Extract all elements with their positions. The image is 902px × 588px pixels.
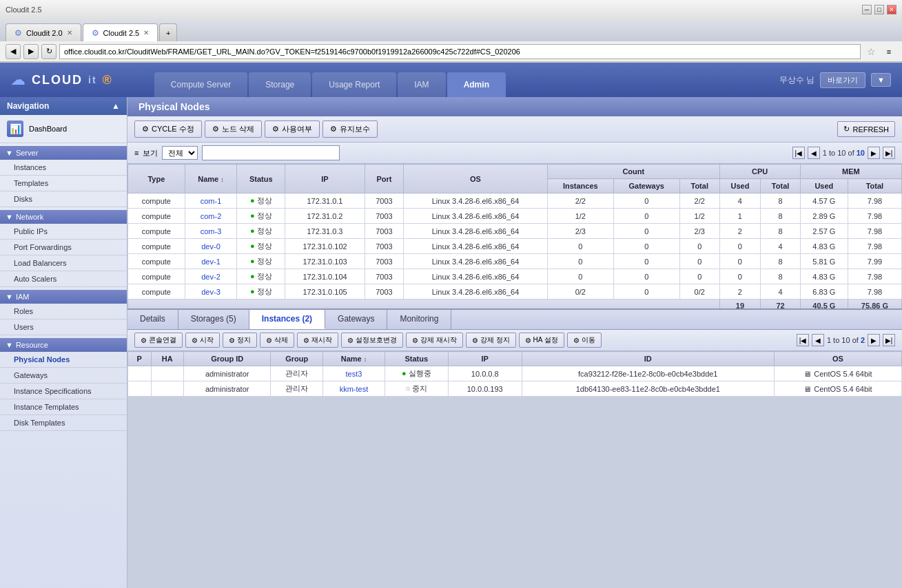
bookmark-btn[interactable]: ☆ — [863, 44, 879, 59]
move-btn[interactable]: ⚙ 이동 — [567, 333, 602, 348]
back-btn[interactable]: ◀ — [6, 44, 21, 59]
cell-type: compute — [128, 284, 185, 300]
sidebar-item-auto-scalers[interactable]: Auto Scalers — [0, 271, 127, 287]
sidebar-item-users[interactable]: Users — [0, 319, 127, 335]
tab-close-1[interactable]: ✕ — [67, 29, 72, 36]
first-page-btn[interactable]: |◀ — [792, 147, 805, 159]
user-goto-btn[interactable]: 바로가기 — [820, 72, 865, 88]
sub-last-page-btn[interactable]: ▶| — [883, 334, 895, 346]
sidebar-section-server-header[interactable]: ▼ Server — [0, 146, 127, 160]
cell-os: Linux 3.4.28-6.el6.x86_64 — [403, 269, 547, 284]
sidebar-item-instance-specs[interactable]: Instance Specifications — [0, 384, 127, 399]
sidebar-dashboard[interactable]: 📊 DashBoard — [0, 115, 127, 143]
menu-btn[interactable]: ≡ — [881, 44, 896, 59]
sidebar-item-instances[interactable]: Instances — [0, 160, 127, 176]
sidebar-item-disk-templates[interactable]: Disk Templates — [0, 415, 127, 431]
title-bar-controls: ─ □ ✕ — [862, 5, 896, 14]
restart-btn[interactable]: ⚙ 재시작 — [297, 333, 338, 348]
table-row[interactable]: compute com-1 ● 정상 172.31.0.1 7003 Linux… — [128, 193, 902, 209]
minimize-btn[interactable]: ─ — [862, 5, 872, 14]
sub-th-name[interactable]: Name ↕ — [323, 352, 385, 366]
refresh-btn[interactable]: ↻ REFRESH — [837, 121, 895, 137]
force-stop-btn[interactable]: ⚙ 강제 정지 — [466, 333, 516, 348]
nav-tab-compute[interactable]: Compute Server — [154, 72, 247, 97]
usage-btn[interactable]: ⚙ 사용여부 — [265, 120, 320, 138]
dashboard-label: DashBoard — [29, 125, 67, 133]
sidebar-item-disks[interactable]: Disks — [0, 191, 127, 207]
main-table-container: Type Name ↕ Status IP Port OS Count CPU — [127, 164, 902, 308]
sidebar-item-roles[interactable]: Roles — [0, 304, 127, 319]
cycle-edit-btn[interactable]: ⚙ CYCLE 수정 — [134, 120, 202, 138]
sub-next-page-btn[interactable]: ▶ — [868, 334, 880, 346]
nav-tab-usage[interactable]: Usage Report — [312, 72, 396, 97]
table-row[interactable]: compute com-2 ● 정상 172.31.0.2 7003 Linux… — [128, 209, 902, 224]
nav-tab-iam[interactable]: IAM — [398, 72, 445, 97]
sub-tab-monitoring[interactable]: Monitoring — [387, 310, 451, 329]
sub-tab-storages[interactable]: Storages (5) — [178, 310, 249, 329]
sidebar-item-gateways[interactable]: Gateways — [0, 368, 127, 384]
force-restart-btn[interactable]: ⚙ 강제 재시작 — [406, 333, 463, 348]
nav-tab-admin[interactable]: Admin — [447, 72, 506, 97]
cell-cpu-used: 2 — [719, 224, 761, 239]
sidebar-item-instance-templates[interactable]: Instance Templates — [0, 399, 127, 415]
sidebar-section-iam-header[interactable]: ▼ IAM — [0, 290, 127, 304]
sidebar-section-resource-header[interactable]: ▼ Resource — [0, 338, 127, 352]
table-row[interactable]: compute dev-1 ● 정상 172.31.0.103 7003 Lin… — [128, 254, 902, 269]
close-btn[interactable]: ✕ — [887, 5, 896, 14]
start-btn[interactable]: ⚙ 시작 — [185, 333, 220, 348]
sidebar-item-port-forwardings[interactable]: Port Forwardings — [0, 240, 127, 255]
table-row[interactable]: compute dev-0 ● 정상 172.31.0.102 7003 Lin… — [128, 239, 902, 254]
sub-table-row[interactable]: administrator 관리자 kkm-test ○ 중지 10.0.0.1… — [128, 381, 902, 397]
network-section-label: Network — [16, 213, 43, 221]
app-logo: ☁ CLOUD it ® — [11, 72, 113, 88]
stop-icon: ⚙ — [229, 337, 235, 344]
new-tab-btn[interactable]: + — [159, 23, 177, 41]
sidebar-item-load-balancers[interactable]: Load Balancers — [0, 255, 127, 271]
th-instances: Instances — [548, 179, 613, 193]
sub-page-info-text: 1 to 10 of — [827, 336, 859, 344]
browser-tab-2[interactable]: ⚙ Cloudit 2.5 ✕ — [83, 23, 158, 41]
filter-select[interactable]: 전체 — [162, 146, 198, 160]
table-row[interactable]: compute dev-2 ● 정상 172.31.0.104 7003 Lin… — [128, 269, 902, 284]
prev-page-btn[interactable]: ◀ — [808, 147, 820, 159]
table-row[interactable]: compute com-3 ● 정상 172.31.0.3 7003 Linux… — [128, 224, 902, 239]
stop-btn[interactable]: ⚙ 정지 — [223, 333, 257, 348]
next-page-btn[interactable]: ▶ — [868, 147, 880, 159]
sub-cell-status: ○ 중지 — [385, 381, 448, 397]
delete-btn[interactable]: ⚙ 삭제 — [260, 333, 294, 348]
iam-section-label: IAM — [16, 293, 30, 301]
node-delete-btn[interactable]: ⚙ 노드 삭제 — [205, 120, 262, 138]
sidebar-section-network-header[interactable]: ▼ Network — [0, 210, 127, 224]
ha-setting-btn[interactable]: ⚙ HA 설정 — [519, 333, 564, 348]
sidebar-item-templates[interactable]: Templates — [0, 176, 127, 191]
sub-tab-instances[interactable]: Instances (2) — [249, 310, 325, 329]
search-input[interactable] — [202, 145, 340, 160]
user-dropdown[interactable]: ▼ — [871, 73, 891, 87]
sub-tab-details[interactable]: Details — [127, 310, 178, 329]
restore-btn[interactable]: □ — [874, 5, 884, 14]
refresh-nav-btn[interactable]: ↻ — [41, 44, 57, 59]
sub-toolbar: ⚙ 콘솔연결 ⚙ 시작 ⚙ 정지 ⚙ 삭제 ⚙ 재시작 — [127, 330, 902, 351]
browser-tab-1[interactable]: ⚙ Cloudit 2.0 ✕ — [6, 23, 81, 41]
tab-close-2[interactable]: ✕ — [143, 29, 149, 36]
nav-tab-storage[interactable]: Storage — [249, 72, 311, 97]
sidebar-collapse-icon[interactable]: ▲ — [112, 101, 120, 111]
last-page-btn[interactable]: ▶| — [883, 147, 895, 159]
cell-cpu-total: 4 — [761, 284, 801, 300]
sidebar-item-public-ips[interactable]: Public IPs — [0, 224, 127, 240]
forward-btn[interactable]: ▶ — [23, 44, 39, 59]
sub-table-row[interactable]: administrator 관리자 test3 ● 실행중 10.0.0.8 f… — [128, 366, 902, 381]
cell-mem-used: 2.57 G — [800, 224, 848, 239]
backup-change-btn[interactable]: ⚙ 설정보호변경 — [341, 333, 403, 348]
cell-mem-total: 7.99 — [848, 254, 901, 269]
th-name[interactable]: Name ↕ — [185, 165, 237, 193]
sub-first-page-btn[interactable]: |◀ — [797, 334, 809, 346]
sub-prev-page-btn[interactable]: ◀ — [812, 334, 824, 346]
console-connect-btn[interactable]: ⚙ 콘솔연결 — [134, 333, 183, 348]
maintenance-btn[interactable]: ⚙ 유지보수 — [322, 120, 378, 138]
move-label: 이동 — [582, 335, 595, 345]
address-input[interactable] — [59, 44, 861, 59]
table-row[interactable]: compute dev-3 ● 정상 172.31.0.105 7003 Lin… — [128, 284, 902, 300]
sub-tab-gateways[interactable]: Gateways — [325, 310, 387, 329]
sidebar-item-physical-nodes[interactable]: Physical Nodes — [0, 352, 127, 368]
